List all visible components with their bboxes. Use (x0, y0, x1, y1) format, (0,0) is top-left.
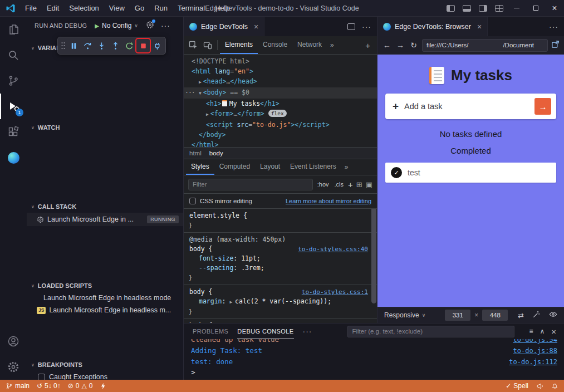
reload-icon[interactable]: ↻ (409, 41, 419, 50)
maximize-panel-icon[interactable]: ∧ (540, 327, 545, 335)
toggle-secondary-sidebar-icon[interactable] (479, 5, 487, 12)
rendering-emulation-grid-icon[interactable]: ⊞ (356, 180, 362, 189)
explorer-icon[interactable] (0, 17, 27, 42)
console-lines-icon[interactable]: ≡ (529, 327, 533, 335)
pane-tab-computed[interactable]: Computed (214, 159, 255, 175)
restart-icon[interactable] (122, 39, 136, 52)
mirror-learn-more-link[interactable]: Learn more about mirror editing (286, 198, 371, 204)
menu-go[interactable]: Go (130, 0, 149, 17)
tab-edge-devtools[interactable]: Edge DevTools × (184, 17, 264, 36)
console-source-link[interactable]: to-do.js:54 (513, 339, 564, 345)
devtools-tab-network[interactable]: Network (292, 36, 327, 54)
devtools-tab-console[interactable]: Console (258, 36, 292, 54)
back-icon[interactable]: ← (382, 41, 392, 50)
console-prompt[interactable]: > (191, 367, 564, 378)
expand-arrow-icon[interactable]: ▶ (229, 300, 235, 305)
css-mirror-checkbox[interactable] (189, 198, 196, 204)
search-icon[interactable] (0, 42, 27, 68)
feedback-icon[interactable] (536, 383, 543, 390)
sidebar-more-actions-icon[interactable]: ··· (161, 21, 170, 30)
forward-icon[interactable]: → (395, 41, 405, 50)
eye-icon[interactable] (549, 310, 557, 321)
toggle-class-button[interactable]: .cls (334, 181, 345, 188)
pane-tab-styles[interactable]: Styles (186, 159, 214, 175)
device-emulation-icon[interactable] (200, 36, 215, 54)
loaded-script-row[interactable]: Launch Microsoft Edge in headless mode (27, 292, 183, 304)
add-task-card[interactable]: + Add a task → (385, 94, 556, 119)
pane-tab-event-listeners[interactable]: Event Listeners (285, 159, 341, 175)
panel-tab-debug-console[interactable]: DEBUG CONSOLE (237, 324, 293, 339)
tab-edge-devtools-browser[interactable]: Edge DevTools: Browser × (377, 17, 488, 36)
watch-section-header[interactable]: ∨WATCH (27, 121, 183, 134)
menu-file[interactable]: File (20, 0, 42, 17)
toolbar-drag-grip[interactable] (60, 41, 66, 50)
disconnect-icon[interactable] (150, 39, 164, 52)
css-property[interactable]: font-size: 11pt; (189, 254, 377, 263)
menu-selection[interactable]: Selection (64, 0, 104, 17)
css-property[interactable]: margin: ▶ calc(2 * var(--spacing)); (189, 297, 377, 307)
style-rule[interactable]: @media (max-width: 450px)body {to-do-sty… (184, 233, 377, 285)
submit-task-button[interactable]: → (534, 98, 551, 115)
console-source-link[interactable]: to-do.js:88 (513, 345, 564, 356)
maximize-button[interactable] (526, 0, 545, 17)
url-bar[interactable]: file:///C:/Users/ /Document (422, 39, 548, 52)
dom-node[interactable]: <h1>My tasks</h1> (184, 99, 377, 109)
breakpoints-section-header[interactable]: ∨BREAKPOINTS (27, 359, 183, 371)
debug-config-dropdown[interactable]: ▶ No Config ∨ (95, 22, 138, 30)
spell-checker-indicator[interactable]: ✓Spell (506, 382, 528, 390)
rotate-viewport-icon[interactable]: ⇄ (518, 311, 524, 320)
device-mode-dropdown[interactable]: Responsive∨ (384, 311, 425, 319)
sync-indicator[interactable]: ↺ 5↓ 0↑ (37, 382, 61, 390)
inspect-element-icon[interactable] (186, 36, 200, 54)
account-icon[interactable] (0, 329, 27, 354)
debug-settings-gear-icon[interactable] (146, 21, 154, 31)
start-debug-icon[interactable]: ▶ (95, 23, 99, 29)
pane-tab-layout[interactable]: Layout (255, 159, 285, 175)
breadcrumb-html[interactable]: html (189, 150, 202, 156)
menu-edit[interactable]: Edit (42, 0, 64, 17)
call-stack-section-header[interactable]: ∨CALL STACK (27, 200, 183, 213)
dom-node[interactable]: <script src="to-do.js"></script> (184, 120, 377, 130)
add-tool-icon[interactable]: + (361, 36, 375, 54)
run-and-debug-icon[interactable]: 1 (0, 94, 27, 119)
toggle-hover-state-button[interactable]: :hov (316, 181, 330, 188)
viewport-width-input[interactable]: 331 (445, 310, 470, 321)
loaded-script-row[interactable]: JS Launch Microsoft Edge in headless m..… (27, 304, 183, 316)
viewport-height-input[interactable]: 448 (482, 310, 508, 321)
toggle-panel-icon[interactable] (463, 5, 471, 12)
menu-run[interactable]: Run (149, 0, 173, 17)
close-tab-icon[interactable]: × (254, 22, 258, 31)
style-source-link[interactable]: to-do-styles.css:40 (298, 244, 377, 254)
more-panes-chevron-icon[interactable]: » (341, 159, 352, 175)
dom-node[interactable]: </html> (184, 140, 377, 147)
close-button[interactable]: × (545, 0, 564, 17)
extensions-icon[interactable] (0, 119, 27, 145)
branch-indicator[interactable]: main (6, 382, 30, 390)
panel-more-actions-icon[interactable]: ··· (303, 327, 312, 336)
console-source-link[interactable]: to-do.js:112 (509, 356, 564, 367)
open-in-browser-icon[interactable] (551, 40, 560, 51)
step-into-icon[interactable] (95, 39, 108, 52)
styles-scrollbar[interactable] (371, 209, 376, 303)
panel-tab-problems[interactable]: PROBLEMS (193, 324, 228, 339)
dom-node[interactable]: ▶<head>…</head> (184, 76, 377, 87)
source-control-icon[interactable] (0, 68, 27, 94)
style-rule[interactable]: element.style {} (184, 209, 377, 233)
customize-layout-icon[interactable] (495, 5, 503, 12)
computed-styles-box-icon[interactable]: ▣ (366, 180, 372, 189)
dom-node[interactable]: ▶<form>…</form>flex (184, 109, 377, 120)
problems-indicator[interactable]: ⊘ 0 △ 0 (68, 382, 93, 390)
flex-badge[interactable]: flex (268, 110, 287, 117)
menu-terminal[interactable]: Terminal (173, 0, 210, 17)
notifications-bell-icon[interactable] (551, 383, 558, 390)
style-source-link[interactable]: to-do-styles.css:1 (302, 287, 377, 297)
dom-node[interactable]: <!DOCTYPE html> (184, 56, 377, 66)
new-style-rule-icon[interactable]: + (348, 180, 353, 189)
magic-wand-icon[interactable] (532, 310, 541, 321)
styles-filter-input[interactable] (188, 179, 313, 190)
pause-icon[interactable] (67, 39, 80, 52)
editor-more-actions-icon[interactable]: ··· (362, 22, 371, 31)
stop-icon[interactable] (136, 39, 150, 52)
edge-devtools-extension-icon[interactable] (0, 145, 27, 170)
task-checked-icon[interactable]: ✓ (391, 167, 402, 178)
